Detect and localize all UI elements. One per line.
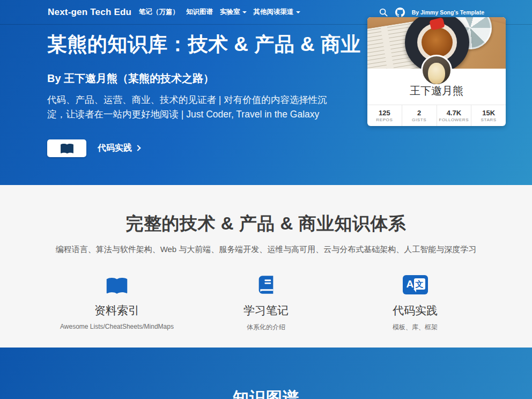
feature-cards: 资料索引 Awesome Lists/CheatSheets/MindMaps … xyxy=(0,273,532,332)
hero-actions: 代码实践 xyxy=(47,139,532,157)
profile-stats: 125 REPOS 2 GISTS 4.7K FOLLOWERS 15K STA… xyxy=(367,105,506,126)
features-section: 完整的技术 & 产品 & 商业知识体系 编程语言、算法与软件架构、Web 与大前… xyxy=(0,185,532,348)
feature-card-resources[interactable]: 资料索引 Awesome Lists/CheatSheets/MindMaps xyxy=(42,273,191,332)
nav-item-label: 实验室 xyxy=(220,8,240,17)
open-book-icon xyxy=(60,141,74,155)
open-book-icon xyxy=(106,273,128,297)
avatar[interactable] xyxy=(421,55,452,86)
translate-cjk-box: 文 xyxy=(414,278,425,290)
search-icon[interactable] xyxy=(379,8,388,17)
nav-item-label: 其他阅读渠道 xyxy=(254,8,294,17)
feature-card-subtitle: 模板、库、框架 xyxy=(393,323,438,332)
github-icon[interactable] xyxy=(395,8,405,17)
stat-value: 125 xyxy=(379,109,390,117)
github-profile-card[interactable]: 王下邀月熊 125 REPOS 2 GISTS 4.7K FOLLOWERS 1… xyxy=(367,17,506,126)
nav-item-label: 知识图谱 xyxy=(186,8,213,17)
coffee-surface xyxy=(422,27,453,57)
chevron-right-icon xyxy=(135,145,141,151)
stat-gists[interactable]: 2 GISTS xyxy=(402,105,437,126)
avatar-image xyxy=(428,63,445,84)
nav-item-label: 笔记（万篇） xyxy=(139,8,179,17)
hero-description-line: 淀，让读者在一站内更好地阅读 | Just Coder, Travel in t… xyxy=(47,109,319,120)
nav-item-knowledge-graph[interactable]: 知识图谱 xyxy=(186,8,213,17)
notes-button[interactable] xyxy=(47,139,86,157)
notebook-icon xyxy=(255,273,277,297)
translate-cjk-glyph: 文 xyxy=(416,280,424,288)
nav-item-other-channels[interactable]: 其他阅读渠道 xyxy=(254,8,300,17)
page: Next-gen Tech Edu 笔记（万篇） 知识图谱 实验室 其他阅读渠道 xyxy=(0,0,532,399)
nav-item-notes[interactable]: 笔记（万篇） xyxy=(139,8,179,17)
feature-card-subtitle: Awesome Lists/CheatSheets/MindMaps xyxy=(60,323,174,330)
stat-repos[interactable]: 125 REPOS xyxy=(367,105,402,126)
features-subtitle: 编程语言、算法与软件架构、Web 与大前端、服务端开发、运维与高可用、云与分布式… xyxy=(0,245,532,255)
hero-description-line: 代码、产品、运营、商业、技术的见证者 | 对有价值的内容选择性沉 xyxy=(47,94,327,105)
caret-down-icon xyxy=(242,11,247,13)
feature-card-subtitle: 体系化的介绍 xyxy=(247,323,285,332)
nav-item-lab[interactable]: 实验室 xyxy=(220,8,247,17)
knowledge-graph-section: 知识图谱 xyxy=(0,348,532,399)
stat-label: FOLLOWERS xyxy=(439,117,469,122)
knowledge-graph-title: 知识图谱 xyxy=(0,387,532,399)
stat-followers[interactable]: 4.7K FOLLOWERS xyxy=(437,105,471,126)
stat-label: STARS xyxy=(481,117,497,122)
stat-label: GISTS xyxy=(412,117,426,122)
caret-down-icon xyxy=(296,11,300,13)
profile-name: 王下邀月熊 xyxy=(367,84,506,98)
template-credit-link[interactable]: By Jimmy Song's Template xyxy=(412,9,484,16)
stat-value: 15K xyxy=(482,109,495,117)
hero-section: Next-gen Tech Edu 笔记（万篇） 知识图谱 实验室 其他阅读渠道 xyxy=(0,0,532,185)
brand-logo[interactable]: Next-gen Tech Edu xyxy=(48,7,131,18)
feature-card-code[interactable]: A 文 代码实践 模板、库、框架 xyxy=(341,273,490,332)
stat-label: REPOS xyxy=(376,117,393,122)
feature-card-title: 代码实践 xyxy=(393,303,438,318)
stat-stars[interactable]: 15K STARS xyxy=(471,105,506,126)
nav-menu: 笔记（万篇） 知识图谱 实验室 其他阅读渠道 xyxy=(139,8,300,17)
feature-card-notes[interactable]: 学习笔记 体系化的介绍 xyxy=(191,273,341,332)
feature-card-title: 资料索引 xyxy=(94,303,139,318)
stat-value: 2 xyxy=(417,109,421,117)
cta-label: 代码实践 xyxy=(98,143,132,154)
features-title: 完整的技术 & 产品 & 商业知识体系 xyxy=(0,212,532,236)
translate-icon: A 文 xyxy=(403,273,428,297)
stat-value: 4.7K xyxy=(447,109,461,117)
translate-latin-glyph: A xyxy=(407,279,414,289)
code-practice-link[interactable]: 代码实践 xyxy=(98,143,140,154)
translate-icon-body: A 文 xyxy=(403,275,428,294)
feature-card-title: 学习笔记 xyxy=(243,303,289,318)
nav-right-group: By Jimmy Song's Template xyxy=(379,8,484,17)
